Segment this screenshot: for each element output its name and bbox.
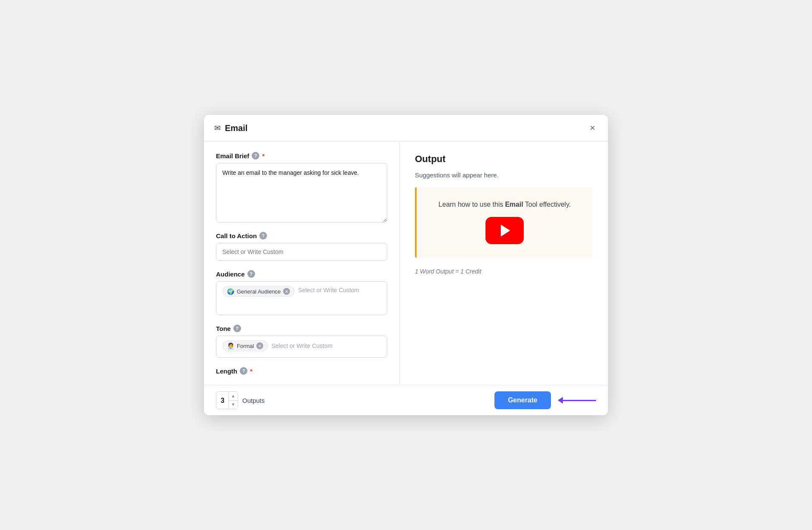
call-to-action-label-text: Call to Action	[216, 232, 257, 239]
tone-label: Tone ?	[216, 325, 387, 332]
email-brief-required: *	[262, 152, 264, 160]
outputs-control: 3 ▲ ▼ Outputs	[216, 391, 265, 409]
audience-tag: 🌍 General Audience ✕	[222, 286, 295, 297]
email-brief-label: Email Brief ? *	[216, 152, 387, 160]
email-brief-textarea[interactable]: Write an email to the manager asking for…	[216, 163, 387, 222]
footer-right: Generate	[494, 391, 596, 409]
modal-title: Email	[225, 123, 247, 133]
play-triangle-icon	[501, 225, 510, 237]
audience-tags-input[interactable]: 🌍 General Audience ✕ Select or Write Cus…	[216, 281, 387, 315]
tone-group: Tone ? 🧑‍💼 Formal ✕ Select or Write Cust…	[216, 325, 387, 358]
audience-label-text: Audience	[216, 271, 245, 278]
promo-text-tool: Email	[505, 201, 523, 208]
email-modal: ✉ Email × Email Brief ? * Write an email…	[204, 115, 608, 415]
tone-label-text: Tone	[216, 325, 231, 332]
audience-group: Audience ? 🌍 General Audience ✕ Select o…	[216, 270, 387, 315]
email-icon: ✉	[214, 123, 221, 133]
tone-help-icon[interactable]: ?	[233, 325, 241, 332]
arrow-indicator	[558, 397, 596, 404]
promo-text-pre: Learn how to use this	[438, 201, 505, 208]
audience-placeholder: Select or Write Custom	[298, 286, 359, 297]
outputs-label: Outputs	[242, 397, 265, 404]
tone-tag-remove[interactable]: ✕	[256, 342, 263, 349]
left-panel: Email Brief ? * Write an email to the ma…	[204, 142, 400, 385]
generate-button[interactable]: Generate	[494, 391, 551, 409]
tone-tags-row: 🧑‍💼 Formal ✕ Select or Write Custom	[222, 340, 381, 351]
tone-placeholder: Select or Write Custom	[271, 342, 332, 350]
audience-tag-label: General Audience	[237, 288, 281, 295]
audience-help-icon[interactable]: ?	[247, 270, 255, 278]
call-to-action-group: Call to Action ?	[216, 232, 387, 261]
arrow-line	[562, 400, 596, 401]
stepper-up-button[interactable]: ▲	[229, 392, 238, 401]
tone-tags-input[interactable]: 🧑‍💼 Formal ✕ Select or Write Custom	[216, 336, 387, 358]
length-help-icon[interactable]: ?	[240, 367, 247, 375]
modal-title-area: ✉ Email	[214, 123, 247, 133]
youtube-play-button[interactable]	[485, 217, 524, 244]
call-to-action-input[interactable]	[216, 243, 387, 261]
call-to-action-help-icon[interactable]: ?	[259, 232, 267, 239]
output-title: Output	[415, 154, 593, 165]
length-label: Length ? *	[216, 367, 387, 375]
stepper-arrows: ▲ ▼	[228, 392, 238, 409]
suggestions-text: Suggestions will appear here.	[415, 171, 593, 179]
tone-tag: 🧑‍💼 Formal ✕	[222, 340, 268, 351]
credit-text: 1 Word Output = 1 Credit	[415, 268, 593, 275]
call-to-action-label: Call to Action ?	[216, 232, 387, 239]
close-button[interactable]: ×	[587, 123, 598, 134]
modal-body: Email Brief ? * Write an email to the ma…	[204, 142, 608, 385]
stepper-down-button[interactable]: ▼	[229, 401, 238, 409]
tone-tag-label: Formal	[237, 343, 254, 349]
modal-footer: 3 ▲ ▼ Outputs Generate	[204, 385, 608, 415]
tone-tag-emoji: 🧑‍💼	[227, 342, 234, 349]
video-promo-text: Learn how to use this Email Tool effecti…	[438, 201, 571, 208]
video-promo: Learn how to use this Email Tool effecti…	[415, 187, 593, 258]
stepper-value: 3	[216, 392, 224, 409]
right-panel: Output Suggestions will appear here. Lea…	[400, 142, 608, 385]
audience-label: Audience ?	[216, 270, 387, 278]
length-required: *	[250, 368, 253, 375]
promo-text-post: Tool effectively.	[523, 201, 571, 208]
email-brief-help-icon[interactable]: ?	[252, 152, 259, 160]
length-group: Length ? *	[216, 367, 387, 375]
outputs-stepper[interactable]: 3 ▲ ▼	[216, 391, 238, 409]
length-label-text: Length	[216, 368, 237, 375]
email-brief-group: Email Brief ? * Write an email to the ma…	[216, 152, 387, 222]
audience-tag-emoji: 🌍	[227, 288, 234, 295]
email-brief-label-text: Email Brief	[216, 152, 249, 160]
audience-tag-remove[interactable]: ✕	[283, 288, 290, 295]
modal-header: ✉ Email ×	[204, 115, 608, 142]
